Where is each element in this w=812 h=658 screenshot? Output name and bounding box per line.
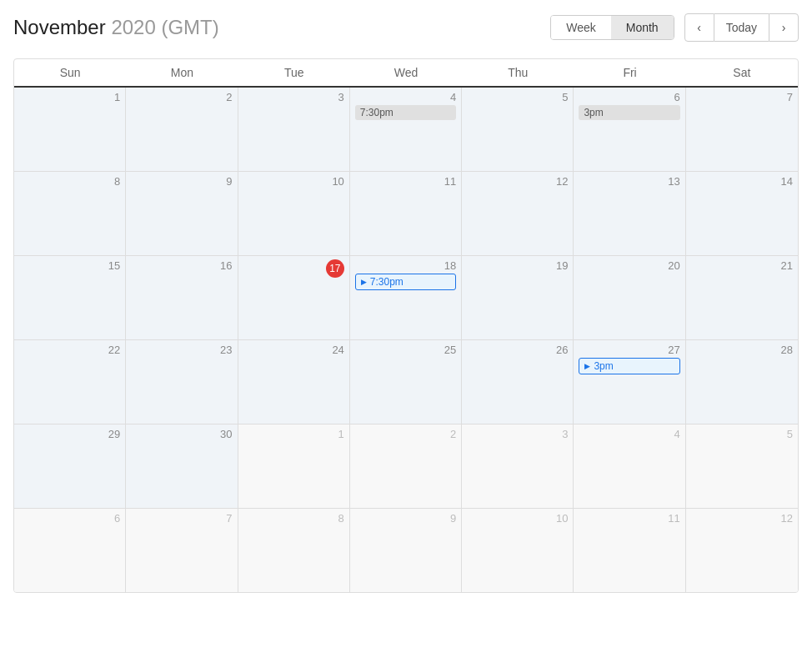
day-cell[interactable]: 25 — [350, 340, 462, 424]
day-number: 3 — [243, 91, 344, 103]
day-number: 30 — [131, 428, 232, 440]
week-row: 12347:30pm563pm7 — [14, 88, 798, 172]
day-cell[interactable]: 12 — [686, 509, 798, 592]
day-cell[interactable]: 22 — [14, 340, 126, 424]
day-cell[interactable]: 3 — [462, 424, 574, 508]
day-number: 28 — [691, 344, 793, 356]
week-row: 6789101112 — [14, 509, 798, 592]
day-number: 13 — [579, 175, 679, 188]
day-header-tue: Tue — [238, 59, 350, 86]
day-number: 15 — [19, 259, 120, 272]
day-cell[interactable]: 5 — [686, 424, 798, 508]
day-number: 22 — [19, 344, 120, 356]
day-cell[interactable]: 7 — [686, 88, 798, 171]
day-number: 12 — [467, 175, 568, 188]
day-cell[interactable]: 20 — [574, 256, 685, 339]
day-number: 12 — [691, 512, 793, 525]
day-cell[interactable]: 2 — [126, 88, 238, 171]
day-cell[interactable]: 4 — [574, 424, 685, 508]
calendar-event[interactable]: 7:30pm — [355, 274, 456, 290]
day-number: 6 — [579, 91, 679, 103]
day-number: 6 — [19, 512, 120, 525]
day-number: 10 — [243, 175, 344, 188]
day-cell[interactable]: 1 — [238, 424, 350, 508]
calendar-event[interactable]: 3pm — [579, 358, 679, 374]
day-cell[interactable]: 2 — [350, 424, 462, 508]
day-number: 1 — [243, 428, 344, 440]
day-cell[interactable]: 9 — [126, 172, 238, 255]
day-cell[interactable]: 29 — [14, 424, 126, 508]
day-cell[interactable]: 63pm — [574, 88, 685, 171]
day-cell[interactable]: 11 — [574, 509, 685, 592]
day-cell[interactable]: 23 — [126, 340, 238, 424]
day-cell[interactable]: 7 — [126, 509, 238, 592]
day-cell[interactable]: 19 — [462, 256, 574, 339]
day-cell[interactable]: 10 — [462, 509, 574, 592]
day-number: 4 — [579, 428, 679, 440]
day-header-sun: Sun — [14, 59, 126, 86]
prev-button[interactable]: ‹ — [684, 13, 714, 42]
day-cell[interactable]: 273pm — [574, 340, 685, 424]
calendar-event[interactable]: 7:30pm — [355, 105, 456, 120]
week-row: 2223242526273pm28 — [14, 340, 798, 424]
day-number: 9 — [355, 512, 456, 525]
day-cell[interactable]: 17 — [238, 256, 350, 339]
day-number: 11 — [579, 512, 679, 525]
week-row: 293012345 — [14, 424, 798, 509]
view-toggle: Week Month — [550, 15, 674, 40]
day-number: 18 — [355, 259, 456, 272]
day-number: 3 — [467, 428, 568, 440]
day-cell[interactable]: 13 — [574, 172, 685, 255]
day-header-sat: Sat — [686, 59, 798, 86]
day-cell[interactable]: 14 — [686, 172, 798, 255]
day-number: 2 — [131, 91, 232, 103]
calendar-event[interactable]: 3pm — [579, 105, 679, 120]
day-number: 29 — [19, 428, 120, 440]
title-year: 2020 (GMT) — [111, 16, 218, 38]
day-number: 16 — [131, 259, 232, 272]
day-cell[interactable]: 3 — [238, 88, 350, 171]
day-cell[interactable]: 30 — [126, 424, 238, 508]
day-number: 10 — [467, 512, 568, 525]
day-cell[interactable]: 28 — [686, 340, 798, 424]
day-cell[interactable]: 9 — [350, 509, 462, 592]
day-cell[interactable]: 47:30pm — [350, 88, 462, 171]
day-cell[interactable]: 11 — [350, 172, 462, 255]
day-cell[interactable]: 12 — [462, 172, 574, 255]
today-button[interactable]: Today — [714, 13, 769, 42]
day-number: 20 — [579, 259, 679, 272]
day-cell[interactable]: 16 — [126, 256, 238, 339]
month-view-button[interactable]: Month — [611, 16, 674, 39]
calendar-title: November 2020 (GMT) — [13, 16, 550, 39]
day-cell[interactable]: 24 — [238, 340, 350, 424]
day-cell[interactable]: 15 — [14, 256, 126, 339]
day-cell[interactable]: 8 — [238, 509, 350, 592]
today-number: 17 — [326, 259, 344, 278]
day-number: 1 — [19, 91, 120, 103]
day-cell[interactable]: 21 — [686, 256, 798, 339]
day-cell[interactable]: 187:30pm — [350, 256, 462, 339]
calendar-header: November 2020 (GMT) Week Month ‹ Today › — [13, 13, 799, 42]
day-cell[interactable]: 10 — [238, 172, 350, 255]
day-number: 7 — [131, 512, 232, 525]
day-number: 24 — [243, 344, 344, 356]
day-cell[interactable]: 8 — [14, 172, 126, 255]
day-number: 9 — [131, 175, 232, 188]
week-view-button[interactable]: Week — [551, 16, 611, 39]
day-cell[interactable]: 26 — [462, 340, 574, 424]
calendar-container: November 2020 (GMT) Week Month ‹ Today ›… — [0, 0, 812, 658]
day-number: 25 — [355, 344, 456, 356]
day-number: 5 — [691, 428, 793, 440]
title-month: November — [13, 16, 106, 38]
day-number: 7 — [691, 91, 793, 103]
day-number: 19 — [467, 259, 568, 272]
day-number: 14 — [691, 175, 793, 188]
day-number: 27 — [579, 344, 679, 356]
day-header-thu: Thu — [462, 59, 574, 86]
day-number: 21 — [691, 259, 793, 272]
day-cell[interactable]: 6 — [14, 509, 126, 592]
day-cell[interactable]: 5 — [462, 88, 574, 171]
next-button[interactable]: › — [769, 13, 799, 42]
day-cell[interactable]: 1 — [14, 88, 126, 171]
day-number: 2 — [355, 428, 456, 440]
